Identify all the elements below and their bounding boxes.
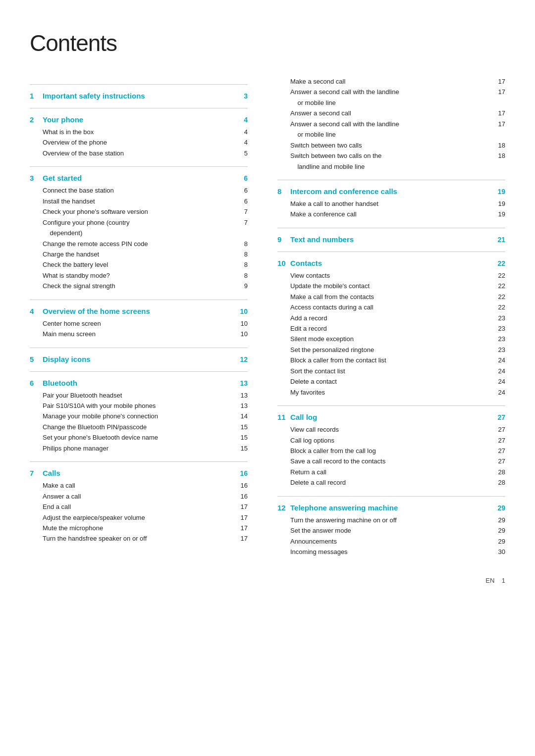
list-item-text: Answer a call <box>43 491 234 502</box>
list-item-page: 23 <box>491 345 505 355</box>
list-item: What is standby mode?8 <box>43 270 248 281</box>
section: 5Display icons12 <box>30 348 248 363</box>
list-item: Philips phone manager15 <box>43 443 248 454</box>
list-item-text: Center home screen <box>43 318 234 329</box>
section-header: 9Text and numbers21 <box>277 235 505 244</box>
list-item-text: Turn the handsfree speaker on or off <box>43 533 234 544</box>
sub-items: Connect the base station6Install the han… <box>30 185 248 291</box>
list-item-text: Turn the answering machine on or off <box>290 515 491 525</box>
list-item-text: Block a caller from the contact list <box>290 355 491 365</box>
list-item: Switch between two calls18 <box>290 140 505 151</box>
section-title: Call log <box>290 413 490 421</box>
list-item-page: 24 <box>491 387 505 398</box>
list-item-page: 22 <box>491 281 505 291</box>
section: 10Contacts22View contacts22Update the mo… <box>277 252 505 398</box>
section: 4Overview of the home screens10Center ho… <box>30 300 248 340</box>
section-title: Overview of the home screens <box>43 307 233 315</box>
section-header: 2Your phone4 <box>30 115 248 124</box>
list-item-page: 17 <box>234 502 248 512</box>
section-title: Get started <box>43 174 233 182</box>
list-item: Block a caller from the call log27 <box>290 446 505 456</box>
list-item-text: Change the Bluetooth PIN/passcode <box>43 422 234 432</box>
section-page: 4 <box>233 116 248 124</box>
section-page: 16 <box>233 469 248 477</box>
list-item-page: 24 <box>491 366 505 376</box>
list-item: Pair your Bluetooth headset13 <box>43 390 248 401</box>
section-header: 3Get started6 <box>30 174 248 182</box>
list-item: Switch between two calls on the landline… <box>290 151 505 172</box>
list-item: Delete a call record28 <box>290 477 505 488</box>
list-item-text: Change the remote access PIN code <box>43 239 234 249</box>
section-number: 1 <box>30 92 43 100</box>
list-item: Answer a second call with the landline o… <box>290 87 505 108</box>
list-item-text: Sort the contact list <box>290 366 491 376</box>
list-item-page: 17 <box>234 512 248 523</box>
section-number: 11 <box>277 413 290 421</box>
list-item-text: View call records <box>290 424 491 435</box>
list-item-text: Configure your phone (country dependent) <box>43 217 234 239</box>
section-page: 21 <box>490 236 505 244</box>
list-item: Main menu screen10 <box>43 329 248 339</box>
list-item-page: 8 <box>234 239 248 249</box>
section-number: 8 <box>277 187 290 196</box>
list-item-text: Incoming messages <box>290 547 491 557</box>
list-item-page: 6 <box>234 196 248 206</box>
list-item: Manage your mobile phone's connection14 <box>43 411 248 421</box>
list-item-text: Connect the base station <box>43 185 234 196</box>
list-item-page: 8 <box>234 259 248 270</box>
list-item-page: 24 <box>491 355 505 365</box>
list-item-text: Main menu screen <box>43 329 234 339</box>
list-item-page: 17 <box>491 87 505 108</box>
section-number: 7 <box>30 469 43 477</box>
list-item-page: 27 <box>491 435 505 446</box>
list-item-text: Update the mobile's contact <box>290 281 491 291</box>
list-item-page: 16 <box>234 491 248 502</box>
section-header: 12Telephone answering machine29 <box>277 504 505 512</box>
list-item: Return a call28 <box>290 467 505 477</box>
list-item-page: 9 <box>234 281 248 291</box>
section-title: Bluetooth <box>43 379 233 387</box>
list-item-page: 27 <box>491 424 505 435</box>
list-item: Check your phone's software version7 <box>43 206 248 217</box>
list-item-text: Silent mode exception <box>290 334 491 344</box>
list-item-text: Install the handset <box>43 196 234 206</box>
section-number: 2 <box>30 115 43 124</box>
list-item: Configure your phone (country dependent)… <box>43 217 248 239</box>
section: 8Intercom and conference calls19Make a c… <box>277 180 505 220</box>
list-item-page: 17 <box>491 119 505 140</box>
list-item-text: View contacts <box>290 270 491 281</box>
list-item-page: 4 <box>234 127 248 137</box>
section-header: 11Call log27 <box>277 413 505 421</box>
list-item-page: 15 <box>234 443 248 454</box>
section-header: 5Display icons12 <box>30 355 248 363</box>
list-item-page: 7 <box>234 217 248 239</box>
list-item-page: 28 <box>491 477 505 488</box>
list-item-text: Edit a record <box>290 323 491 334</box>
list-item: Sort the contact list24 <box>290 366 505 376</box>
list-item-page: 15 <box>234 432 248 443</box>
list-item-page: 7 <box>234 206 248 217</box>
list-item-text: Add a record <box>290 313 491 323</box>
section-title: Text and numbers <box>290 235 490 244</box>
list-item: Incoming messages30 <box>290 547 505 557</box>
list-item-page: 18 <box>491 140 505 151</box>
section-header: 10Contacts22 <box>277 259 505 267</box>
section-page: 19 <box>490 188 505 196</box>
list-item-text: Block a caller from the call log <box>290 446 491 456</box>
list-item-text: Save a call record to the contacts <box>290 456 491 466</box>
list-item: Answer a second call17 <box>290 108 505 118</box>
list-item: End a call17 <box>43 502 248 512</box>
list-item-page: 22 <box>491 302 505 312</box>
footer-page: 1 <box>502 577 505 584</box>
section: 7Calls16Make a call16Answer a call16End … <box>30 461 248 544</box>
list-item-page: 8 <box>234 270 248 281</box>
list-item-text: Delete a contact <box>290 376 491 387</box>
list-item-text: Answer a second call with the landline o… <box>290 87 491 108</box>
section-title: Intercom and conference calls <box>290 187 490 196</box>
list-item: Delete a contact24 <box>290 376 505 387</box>
list-item: Make a call to another handset19 <box>290 199 505 209</box>
list-item-text: Make a conference call <box>290 209 491 219</box>
list-item: Check the signal strength9 <box>43 281 248 291</box>
section-title: Contacts <box>290 259 490 267</box>
section-page: 6 <box>233 174 248 182</box>
